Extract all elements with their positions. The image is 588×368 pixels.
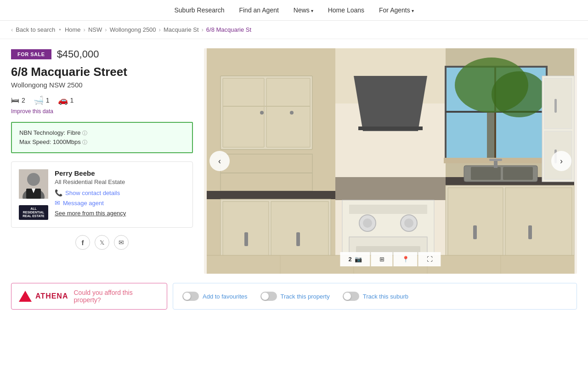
bathrooms-feature: 🛁 1 — [34, 95, 50, 105]
left-panel: FOR SALE $450,000 6/8 Macquarie Street W… — [11, 48, 204, 274]
breadcrumb: ‹ Back to search • Home › NSW › Wollongo… — [0, 21, 588, 39]
track-row: Add to favourites Track this property Tr… — [173, 283, 577, 310]
bath-icon: 🛁 — [34, 95, 44, 105]
svg-point-14 — [290, 111, 294, 115]
svg-rect-23 — [335, 177, 446, 200]
svg-marker-24 — [354, 76, 427, 131]
nbn-info-box: NBN Technology: Fibre ⓘ Max Speed: 1000M… — [11, 122, 193, 153]
floorplan-icon: ⊞ — [379, 256, 384, 263]
add-favourites-label[interactable]: Add to favourites — [203, 293, 248, 300]
svg-rect-53 — [544, 78, 572, 129]
track-suburb-toggle[interactable] — [343, 292, 359, 301]
svg-rect-12 — [223, 106, 310, 107]
nbn-speed-val: 1000Mbps — [53, 138, 81, 145]
track-suburb-label[interactable]: Track this suburb — [363, 293, 408, 300]
property-image-container: ‹ › 2 📷 ⊞ 📍 ⛶ — [204, 48, 577, 274]
breadcrumb-home[interactable]: Home — [65, 26, 81, 33]
floorplan-toolbar-button[interactable]: ⊞ — [371, 252, 393, 266]
twitter-icon: 𝕏 — [100, 239, 104, 246]
athena-logo: ATHENA — [19, 291, 68, 302]
track-property-label[interactable]: Track this property — [281, 293, 330, 300]
athena-brand-name: ATHENA — [35, 292, 68, 300]
improve-data-link[interactable]: Improve this data — [11, 108, 193, 115]
bathrooms-count: 1 — [46, 97, 50, 104]
bedrooms-feature: 🛏 2 — [11, 96, 25, 105]
bottom-row: ATHENA Could you afford this property? A… — [0, 283, 588, 319]
athena-question: Could you afford this property? — [74, 289, 159, 304]
svg-point-1 — [27, 173, 40, 186]
track-property-toggle-knob — [261, 293, 269, 300]
agent-details: Perry Beebe All Residential Real Estate … — [55, 169, 126, 217]
agent-avatar-svg — [19, 169, 48, 199]
track-property-toggle[interactable] — [260, 292, 277, 301]
athena-wrapper: ATHENA Could you afford this property? — [11, 283, 167, 310]
breadcrumb-state[interactable]: NSW — [88, 26, 102, 33]
show-contact-action[interactable]: 📞 Show contact details — [55, 189, 126, 196]
nbn-technology-info-icon[interactable]: ⓘ — [82, 130, 87, 136]
social-share-row: f 𝕏 ✉ — [11, 235, 193, 250]
image-prev-button[interactable]: ‹ — [209, 151, 230, 171]
breadcrumb-back[interactable]: Back to search — [16, 26, 55, 33]
agent-photo — [19, 169, 48, 199]
message-agent-link[interactable]: Message agent — [63, 200, 104, 207]
show-contact-link[interactable]: Show contact details — [65, 190, 120, 196]
carspaces-count: 1 — [70, 97, 74, 104]
svg-rect-55 — [554, 99, 557, 113]
nav-news[interactable]: News — [294, 6, 313, 14]
nav-home-loans[interactable]: Home Loans — [328, 6, 364, 14]
track-suburb-toggle-knob — [344, 293, 351, 300]
nbn-speed-info-icon[interactable]: ⓘ — [82, 139, 87, 145]
agent-card: ALLRESIDENTIALREAL ESTATE Perry Beebe Al… — [11, 161, 193, 228]
svg-rect-10 — [223, 78, 264, 147]
for-sale-badge: FOR SALE — [11, 49, 51, 59]
email-share-button[interactable]: ✉ — [114, 235, 129, 250]
nbn-speed-label: Max Speed: — [19, 138, 51, 145]
main-content: FOR SALE $450,000 6/8 Macquarie Street W… — [0, 39, 588, 283]
carspaces-feature: 🚗 1 — [58, 95, 74, 105]
property-image — [204, 48, 577, 274]
nav-suburb-research[interactable]: Suburb Research — [174, 6, 224, 14]
map-pin-icon: 📍 — [402, 256, 409, 263]
see-more-agency-link[interactable]: See more from this agency — [55, 210, 126, 217]
add-favourites-toggle[interactable] — [182, 292, 199, 301]
property-features: 🛏 2 🛁 1 🚗 1 — [11, 95, 193, 105]
nav-for-agents[interactable]: For Agents — [379, 6, 413, 14]
nbn-speed-row: Max Speed: 1000Mbps ⓘ — [19, 138, 185, 146]
property-subtitle: Wollongong NSW 2500 — [11, 81, 193, 89]
photos-toolbar-button[interactable]: 2 📷 — [340, 252, 370, 266]
main-nav: Suburb Research Find an Agent News Home … — [0, 0, 588, 21]
agent-logo: ALLRESIDENTIALREAL ESTATE — [19, 205, 48, 220]
athena-banner[interactable]: ATHENA Could you afford this property? — [11, 283, 167, 310]
breadcrumb-suburb[interactable]: Wollongong 2500 — [110, 26, 156, 33]
image-next-button[interactable]: › — [551, 151, 571, 171]
twitter-share-button[interactable]: 𝕏 — [95, 235, 109, 250]
add-favourites-item: Add to favourites — [182, 292, 248, 301]
bedrooms-count: 2 — [22, 97, 25, 104]
agent-logo-text: ALLRESIDENTIALREAL ESTATE — [23, 207, 44, 218]
map-toolbar-button[interactable]: 📍 — [394, 252, 418, 266]
right-panel: ‹ › 2 📷 ⊞ 📍 ⛶ — [204, 48, 577, 274]
svg-rect-17 — [207, 191, 335, 199]
fullscreen-toolbar-button[interactable]: ⛶ — [418, 252, 441, 266]
svg-point-31 — [404, 218, 413, 228]
svg-rect-43 — [471, 167, 501, 180]
message-agent-action[interactable]: ✉ Message agent — [55, 199, 126, 207]
breadcrumb-street[interactable]: Macquarie St — [164, 26, 199, 33]
property-price: $450,000 — [57, 48, 99, 60]
agent-company: All Residential Real Estate — [55, 178, 126, 185]
image-toolbar: 2 📷 ⊞ 📍 ⛶ — [340, 252, 441, 266]
nav-find-agent[interactable]: Find an Agent — [239, 6, 278, 14]
track-suburb-item: Track this suburb — [343, 292, 408, 301]
svg-point-13 — [260, 111, 264, 115]
svg-rect-50 — [473, 225, 477, 239]
phone-icon: 📞 — [55, 189, 62, 196]
facebook-share-button[interactable]: f — [75, 235, 90, 250]
svg-rect-11 — [266, 78, 310, 147]
photo-count: 2 — [348, 256, 351, 263]
add-favourites-toggle-knob — [183, 293, 191, 300]
svg-rect-25 — [358, 126, 423, 130]
nbn-tech-val: Fibre — [67, 129, 81, 136]
track-property-item: Track this property — [260, 292, 330, 301]
camera-icon: 📷 — [355, 256, 362, 263]
svg-point-29 — [363, 218, 372, 228]
